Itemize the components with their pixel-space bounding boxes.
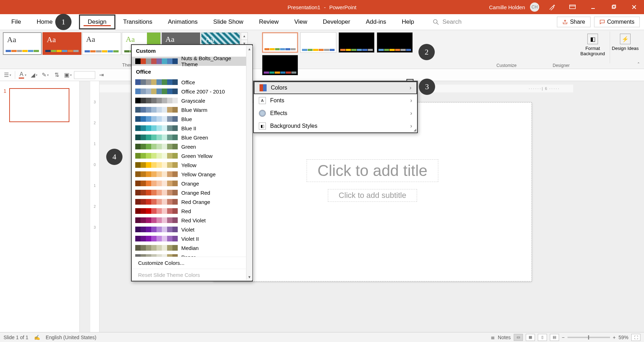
close-button[interactable] (626, 0, 642, 14)
sort-button[interactable]: ⇅ (51, 70, 62, 80)
language-status[interactable]: English (United States) (46, 335, 96, 340)
slide-counter: Slide 1 of 1 (4, 335, 28, 340)
zoom-level[interactable]: 59% (619, 335, 628, 340)
effects-icon (259, 110, 266, 117)
tab-slideshow[interactable]: Slide Show (205, 14, 251, 30)
reading-view-button[interactable]: ▯ (538, 334, 547, 341)
tab-review[interactable]: Review (251, 14, 286, 30)
color-scheme-item[interactable]: Blue Warm (132, 105, 252, 114)
tab-addins[interactable]: Add-ins (358, 14, 394, 30)
color-scheme-item[interactable]: Orange Red (132, 188, 252, 197)
color-scheme-item[interactable]: Yellow (132, 160, 252, 170)
design-ideas-button[interactable]: ⚡ Design Ideas (610, 32, 640, 65)
variant-thumb-1[interactable] (262, 32, 298, 53)
color-scheme-item[interactable]: Red Orange (132, 197, 252, 206)
color-scheme-item[interactable]: Violet (132, 225, 252, 234)
color-scheme-item[interactable]: Blue Green (132, 133, 252, 142)
coming-soon-icon[interactable] (544, 0, 560, 14)
color-scheme-item[interactable]: Red (132, 206, 252, 216)
color-scheme-item[interactable]: Office 2007 - 2010 (132, 87, 252, 96)
variant-thumb-4[interactable] (377, 32, 413, 53)
ribbon-display-icon[interactable] (565, 0, 580, 14)
normal-view-button[interactable]: ▭ (514, 334, 523, 341)
color-scheme-item[interactable]: Red Violet (132, 216, 252, 225)
status-bar: Slide 1 of 1 ✍ English (United States) ≣… (0, 332, 644, 342)
comments-button[interactable]: Comments (594, 17, 640, 27)
restore-button[interactable] (606, 0, 621, 14)
font-color-button[interactable]: A (17, 70, 28, 80)
scheme-name: Green Yellow (181, 153, 212, 159)
color-scheme-item[interactable]: Grayscale (132, 96, 252, 105)
flyout-background-styles[interactable]: ◧ Background Styles › (254, 120, 417, 132)
zoom-slider[interactable] (568, 337, 610, 338)
customize-colors-item[interactable]: Customize Colors... (132, 257, 252, 269)
color-schemes-menu: ▲ ▼ Custom Nuts & Bolts_Orange Theme Off… (131, 44, 253, 281)
notes-button[interactable]: Notes (498, 335, 511, 340)
sorter-view-button[interactable]: ▦ (526, 334, 535, 341)
minimize-button[interactable] (585, 0, 601, 14)
tab-design[interactable]: Design (79, 15, 115, 29)
color-scheme-item[interactable]: Yellow Orange (132, 170, 252, 179)
color-scheme-item[interactable]: Blue II (132, 124, 252, 133)
variant-thumb-3[interactable] (338, 32, 375, 53)
svg-rect-0 (570, 5, 576, 9)
color-scheme-item[interactable]: Violet II (132, 234, 252, 243)
flyout-colors[interactable]: Colors › (254, 81, 417, 94)
search-box[interactable]: Search (433, 18, 462, 25)
slide-thumbnail-1[interactable] (9, 88, 69, 122)
highlight-button[interactable]: ◢ (29, 70, 39, 80)
tab-transitions[interactable]: Transitions (115, 14, 160, 30)
scheme-name: Yellow (181, 162, 196, 168)
color-menu-scrollbar[interactable]: ▲ ▼ (246, 46, 252, 280)
format-background-icon: ◧ (587, 34, 598, 44)
subtitle-placeholder[interactable]: Click to add subtitle (328, 189, 417, 202)
color-scheme-item[interactable]: Blue (132, 114, 252, 124)
fit-to-window-button[interactable]: ⛶ (631, 334, 640, 341)
increase-indent-button[interactable]: ⇥ (96, 70, 107, 80)
flyout-effects[interactable]: Effects › (254, 107, 417, 120)
tab-file[interactable]: File (4, 14, 29, 30)
scroll-down-icon[interactable]: ▼ (246, 274, 252, 280)
resize-grip-icon[interactable]: ◢ (414, 128, 416, 132)
tab-view[interactable]: View (286, 14, 315, 30)
arrange-button[interactable]: ▣ (63, 70, 73, 80)
fonts-icon: A (259, 97, 266, 104)
color-scheme-item[interactable]: Paper (132, 252, 252, 257)
tab-developer[interactable]: Developer (315, 14, 358, 30)
theme-thumb-office[interactable]: Aa (3, 32, 42, 55)
svg-rect-3 (612, 6, 615, 8)
color-scheme-custom-item[interactable]: Nuts & Bolts_Orange Theme (132, 57, 252, 66)
reset-theme-colors-item: Reset Slide Theme Colors (132, 269, 252, 281)
scheme-name: Red Violet (181, 217, 206, 223)
share-button[interactable]: Share (557, 17, 591, 27)
title-placeholder[interactable]: Click to add title (307, 159, 439, 182)
avatar[interactable]: CH (530, 2, 539, 12)
variant-thumb-2[interactable] (300, 32, 336, 53)
font-size-field[interactable] (74, 71, 95, 79)
color-scheme-item[interactable]: Office (132, 78, 252, 87)
color-scheme-item[interactable]: Green Yellow (132, 151, 252, 160)
notes-icon[interactable]: ≣ (491, 335, 495, 340)
theme-thumb-3[interactable]: Aa (82, 32, 121, 55)
chevron-up-icon[interactable]: ▲ (241, 33, 247, 40)
tab-help[interactable]: Help (394, 14, 422, 30)
scheme-name: Median (181, 245, 199, 251)
color-scheme-item[interactable]: Green (132, 142, 252, 151)
tab-animations[interactable]: Animations (160, 14, 205, 30)
flyout-fonts[interactable]: A Fonts › (254, 94, 417, 107)
color-scheme-item[interactable]: Median (132, 243, 252, 252)
shape-fill-button[interactable]: ✎ (40, 70, 51, 80)
theme-thumb-orange[interactable]: Aa (42, 32, 81, 55)
scheme-name: Blue II (181, 125, 196, 131)
design-ideas-icon: ⚡ (620, 34, 631, 44)
ribbon-collapse-icon[interactable]: ˄ (637, 62, 640, 67)
format-background-button[interactable]: ◧ Format Background (576, 32, 610, 65)
spellcheck-icon[interactable]: ✍ (34, 335, 40, 340)
zoom-out-button[interactable]: − (562, 335, 565, 340)
zoom-in-button[interactable]: + (613, 335, 616, 340)
align-button[interactable]: ☰ (2, 70, 13, 80)
variant-thumb-5[interactable] (262, 55, 298, 75)
color-scheme-item[interactable]: Orange (132, 179, 252, 188)
slideshow-view-button[interactable]: ▤ (550, 334, 559, 341)
scroll-up-icon[interactable]: ▲ (246, 46, 252, 52)
